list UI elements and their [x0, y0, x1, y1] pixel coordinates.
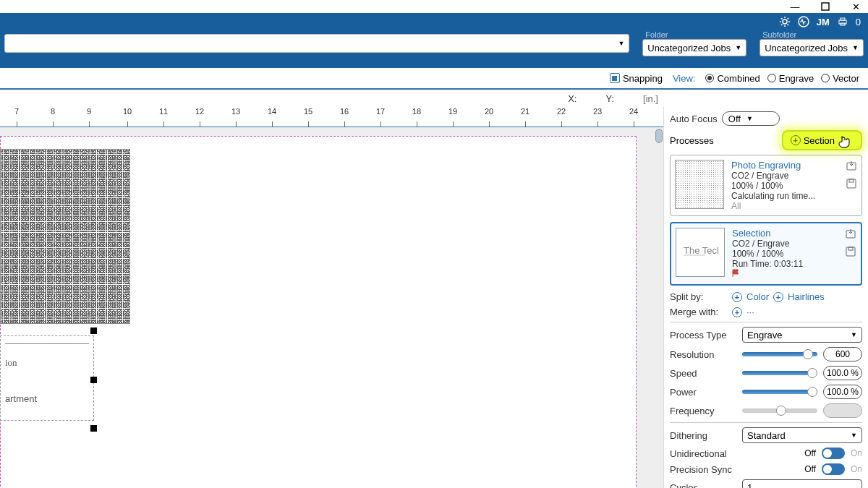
text-line-1: ion	[5, 357, 89, 369]
folder-dropdown[interactable]: Uncategorized Jobs▼	[642, 39, 746, 56]
frequency-slider	[742, 408, 817, 413]
process-title: Selection	[732, 228, 856, 239]
folder-label: Folder	[645, 30, 746, 39]
coord-unit: [in.]	[643, 93, 658, 104]
process-mode: CO2 / Engrave	[731, 171, 857, 181]
window-close-button[interactable]: ✕	[849, 0, 862, 13]
svg-rect-8	[849, 179, 854, 182]
plus-icon[interactable]: +	[732, 292, 742, 302]
process-type-dropdown[interactable]: Engrave▼	[742, 327, 862, 343]
plus-icon[interactable]: +	[773, 292, 783, 302]
process-title: Photo Engraving	[731, 160, 857, 171]
view-vector-radio[interactable]: Vector	[821, 73, 859, 84]
process-thumbnail	[675, 160, 724, 209]
process-panel: Auto Focus Off ▼ Processes + Section Pho…	[664, 107, 868, 488]
user-badge[interactable]: JM	[817, 17, 830, 27]
ruler-tick-16: 16	[340, 107, 349, 116]
settings-icon[interactable]	[779, 16, 791, 27]
job-selector-dropdown[interactable]: ▼	[4, 34, 629, 53]
subfolder-value: Uncategorized Jobs	[765, 43, 848, 53]
ruler-tick-9: 9	[87, 107, 91, 116]
ruler-tick-18: 18	[412, 107, 421, 116]
svg-rect-7	[847, 179, 856, 188]
flag-icon	[732, 269, 742, 280]
save-icon[interactable]	[845, 246, 856, 260]
frequency-value	[823, 403, 862, 418]
split-by-hairlines[interactable]: Hairlines	[788, 291, 825, 302]
utility-toolbar: JM 0	[0, 13, 868, 30]
view-engrave-label: Engrave	[779, 73, 814, 84]
ruler-tick-24: 24	[629, 107, 638, 116]
cycles-label: Cycles	[670, 482, 736, 489]
view-label: View:	[673, 73, 696, 84]
add-section-button[interactable]: + Section	[782, 130, 862, 150]
speed-slider[interactable]	[742, 371, 817, 375]
speed-value[interactable]: 100.0 %	[823, 366, 862, 380]
resolution-value[interactable]: 600	[823, 347, 862, 361]
resolution-label: Resolution	[670, 349, 736, 360]
toggle-on-label: On	[851, 448, 862, 458]
power-slider[interactable]	[742, 390, 817, 394]
printer-count: 0	[856, 17, 861, 27]
unidirectional-toggle[interactable]	[822, 448, 845, 459]
autofocus-label: Auto Focus	[670, 114, 718, 124]
snapping-label: Snapping	[623, 73, 663, 84]
view-vector-label: Vector	[833, 73, 859, 84]
process-power-speed: 100% / 100%	[731, 181, 857, 191]
save-icon[interactable]	[846, 178, 857, 192]
text-object[interactable]: ion artment	[0, 335, 94, 421]
svg-rect-11	[846, 247, 855, 256]
x-coord-label: X:	[568, 93, 576, 104]
ruler-tick-13: 13	[231, 107, 240, 116]
precision-sync-label: Precision Sync	[670, 464, 736, 475]
window-maximize-button[interactable]	[819, 0, 832, 13]
resolution-slider[interactable]	[742, 352, 817, 356]
heartbeat-icon[interactable]	[798, 16, 809, 27]
selection-handle[interactable]	[90, 425, 97, 432]
speed-label: Speed	[670, 368, 736, 379]
engraving-image-object[interactable]	[0, 149, 130, 324]
subfolder-dropdown[interactable]: Uncategorized Jobs▼	[760, 39, 864, 56]
horizontal-ruler: 7 8 9 10 11 12 13 14 15 16 17 18 19 20 2…	[0, 107, 663, 127]
process-mode: CO2 / Engrave	[732, 239, 856, 249]
selection-handle[interactable]	[90, 377, 97, 383]
split-by-color[interactable]: Color	[746, 291, 769, 302]
selection-handle[interactable]	[90, 328, 97, 334]
job-toolbar: ▼ Folder Uncategorized Jobs▼ Subfolder U…	[0, 30, 868, 56]
plus-icon[interactable]: +	[732, 307, 742, 317]
view-combined-radio[interactable]: Combined	[705, 73, 760, 84]
snapping-toggle[interactable]: Snapping	[610, 73, 663, 84]
merge-more[interactable]: ···	[746, 307, 754, 317]
window-minimize-button[interactable]: —	[788, 0, 801, 13]
process-card-selection[interactable]: The Technologies Selection CO2 / Engrave…	[670, 222, 862, 286]
autofocus-dropdown[interactable]: Off ▼	[722, 111, 780, 126]
import-icon[interactable]	[846, 160, 857, 174]
svg-rect-12	[848, 247, 853, 250]
subfolder-label: Subfolder	[762, 30, 864, 39]
add-section-label: Section	[804, 135, 835, 146]
ruler-tick-11: 11	[159, 107, 168, 116]
precision-sync-toggle[interactable]	[822, 463, 845, 475]
cycles-input[interactable]: 1	[742, 479, 862, 488]
canvas-area[interactable]: 7 8 9 10 11 12 13 14 15 16 17 18 19 20 2…	[0, 107, 664, 488]
power-value[interactable]: 100.0 %	[823, 385, 862, 399]
scrollbar-thumb[interactable]	[655, 129, 663, 143]
secondary-blue-bar	[0, 56, 868, 68]
maximize-icon	[821, 2, 830, 11]
process-type-label: Process Type	[670, 330, 736, 341]
import-icon[interactable]	[845, 228, 856, 241]
process-type-value: Engrave	[747, 330, 782, 341]
printer-icon[interactable]	[837, 16, 848, 27]
view-engrave-radio[interactable]: Engrave	[767, 73, 814, 84]
unidirectional-label: Unidirectional	[670, 448, 736, 459]
process-runtime: Run Time: 0:03:11	[732, 259, 856, 269]
power-label: Power	[670, 387, 736, 398]
canvas-vertical-scrollbar[interactable]	[653, 127, 663, 488]
coordinates-bar: X: Y: [in.]	[0, 90, 868, 107]
frequency-label: Frequency	[670, 406, 736, 416]
process-card-photo-engraving[interactable]: Photo Engraving CO2 / Engrave 100% / 100…	[670, 155, 862, 216]
ruler-tick-21: 21	[521, 107, 529, 116]
svg-point-1	[783, 20, 787, 24]
dithering-label: Dithering	[670, 430, 736, 441]
dithering-dropdown[interactable]: Standard▼	[742, 427, 862, 443]
